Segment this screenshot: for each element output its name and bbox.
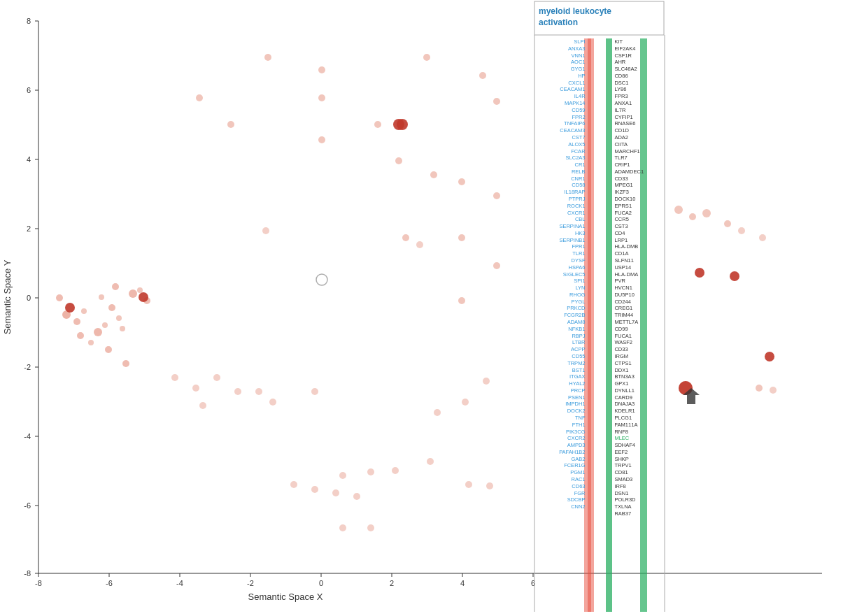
scatter-plot: -8 -6 -4 -2 0 2 4 6 8 6 4 <box>0 0 843 616</box>
svg-point-78 <box>402 234 409 241</box>
svg-point-75 <box>395 157 402 164</box>
svg-point-74 <box>318 136 325 143</box>
svg-point-43 <box>56 294 63 301</box>
svg-point-94 <box>339 472 346 479</box>
svg-point-101 <box>290 481 297 488</box>
svg-point-48 <box>88 340 94 345</box>
svg-point-120 <box>756 385 763 392</box>
svg-point-45 <box>73 318 80 325</box>
svg-point-107 <box>486 482 493 489</box>
svg-point-89 <box>213 374 220 381</box>
svg-point-113 <box>738 227 745 234</box>
svg-point-109 <box>674 206 683 214</box>
svg-point-50 <box>102 322 108 328</box>
svg-point-76 <box>458 178 465 185</box>
svg-point-67 <box>196 94 203 101</box>
svg-text:6: 6 <box>27 86 31 94</box>
svg-point-95 <box>367 468 374 475</box>
svg-point-100 <box>483 378 490 385</box>
svg-point-55 <box>122 360 129 367</box>
svg-point-86 <box>171 374 178 381</box>
svg-point-112 <box>724 220 731 227</box>
gene-lists: SLPIANXA3VNN1AOC1GYG1 HPCXCL1CEACAM1IL4R… <box>535 38 665 612</box>
svg-point-69 <box>227 121 234 128</box>
svg-point-49 <box>94 328 102 336</box>
svg-point-52 <box>108 304 115 311</box>
svg-point-88 <box>199 402 206 409</box>
svg-point-84 <box>458 297 465 304</box>
green-bar <box>606 38 612 612</box>
x-axis-label: Semantic Space X <box>248 592 323 602</box>
svg-point-105 <box>339 524 346 531</box>
svg-text:-8: -8 <box>35 579 42 587</box>
svg-text:-4: -4 <box>176 579 183 587</box>
svg-point-96 <box>392 467 399 474</box>
svg-point-58 <box>112 283 119 290</box>
svg-point-59 <box>99 294 104 300</box>
svg-point-106 <box>367 524 374 531</box>
svg-point-80 <box>430 171 437 178</box>
svg-point-68 <box>318 94 325 101</box>
svg-point-110 <box>689 213 696 220</box>
svg-text:4: 4 <box>27 155 31 164</box>
svg-text:-4: -4 <box>24 432 31 440</box>
svg-text:2: 2 <box>27 224 31 233</box>
svg-point-87 <box>192 385 199 392</box>
svg-text:4: 4 <box>460 579 465 587</box>
svg-point-108 <box>465 481 472 488</box>
svg-point-97 <box>427 458 434 465</box>
svg-point-117 <box>765 352 774 361</box>
svg-text:-8: -8 <box>24 569 31 578</box>
svg-rect-0 <box>0 0 843 616</box>
svg-point-64 <box>318 66 325 73</box>
svg-point-91 <box>255 388 262 395</box>
svg-point-98 <box>434 409 441 416</box>
right-gene-column: KITEIF2AK4CSF1RAHRSLC46A2 CD86DSC1LY86FP… <box>613 38 665 612</box>
svg-point-115 <box>695 268 704 278</box>
svg-point-111 <box>702 209 711 217</box>
svg-point-47 <box>77 332 84 339</box>
svg-point-103 <box>332 489 339 496</box>
svg-point-63 <box>264 54 271 61</box>
svg-point-79 <box>458 234 465 241</box>
svg-point-114 <box>759 234 766 241</box>
svg-point-85 <box>493 262 500 269</box>
svg-point-77 <box>493 192 500 199</box>
svg-point-90 <box>234 388 241 395</box>
svg-point-121 <box>770 387 777 394</box>
svg-text:8: 8 <box>27 17 31 25</box>
svg-point-61 <box>65 303 75 313</box>
svg-point-46 <box>81 308 87 314</box>
svg-point-51 <box>105 346 112 353</box>
svg-point-65 <box>423 54 430 61</box>
svg-point-93 <box>311 388 318 395</box>
red-bar <box>588 38 594 612</box>
svg-point-116 <box>730 271 739 281</box>
svg-text:-2: -2 <box>24 363 31 371</box>
svg-point-66 <box>479 72 486 79</box>
svg-point-54 <box>120 326 125 331</box>
svg-point-71 <box>493 98 500 105</box>
y-axis-label: Semantic Space Y <box>2 259 13 334</box>
svg-point-104 <box>353 493 360 500</box>
svg-point-57 <box>137 287 143 293</box>
chart-title-line2: activation <box>539 17 578 27</box>
svg-text:0: 0 <box>27 294 31 302</box>
svg-point-99 <box>462 399 469 406</box>
svg-point-102 <box>311 486 318 493</box>
svg-point-73 <box>397 119 408 130</box>
svg-point-82 <box>316 274 327 285</box>
svg-point-62 <box>139 292 148 302</box>
chart-container: -8 -6 -4 -2 0 2 4 6 8 6 4 <box>0 0 843 616</box>
svg-point-53 <box>116 315 122 321</box>
svg-text:0: 0 <box>319 579 323 587</box>
svg-point-83 <box>416 241 423 248</box>
svg-point-81 <box>262 227 269 234</box>
svg-text:-2: -2 <box>247 579 254 587</box>
svg-point-92 <box>269 399 276 406</box>
svg-point-70 <box>374 121 381 128</box>
chart-title-line1: myeloid leukocyte <box>539 6 611 16</box>
svg-point-56 <box>129 289 137 298</box>
left-gene-column: SLPIANXA3VNN1AOC1GYG1 HPCXCL1CEACAM1IL4R… <box>535 38 587 612</box>
svg-text:-6: -6 <box>24 501 31 510</box>
